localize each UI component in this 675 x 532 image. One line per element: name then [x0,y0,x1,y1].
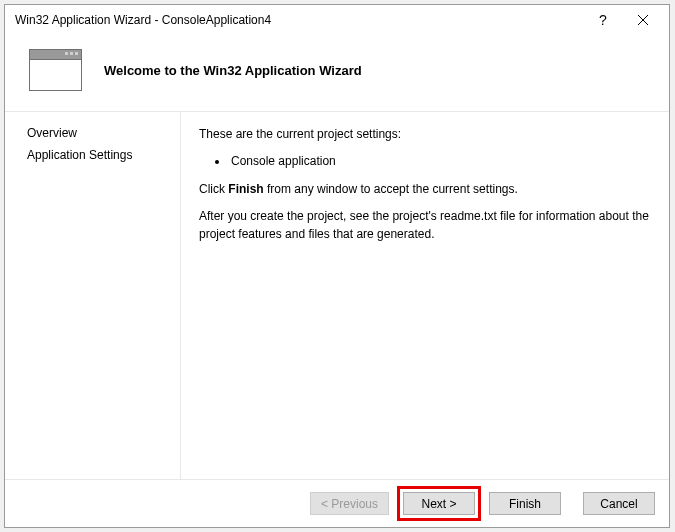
readme-note: After you create the project, see the pr… [199,208,651,243]
footer: < Previous Next > Finish Cancel [5,479,669,527]
next-button[interactable]: Next > [403,492,475,515]
sidebar-item-overview[interactable]: Overview [5,122,180,144]
wizard-heading: Welcome to the Win32 Application Wizard [104,63,362,78]
next-button-highlight: Next > [397,486,481,521]
cancel-button[interactable]: Cancel [583,492,655,515]
settings-list: Console application [199,153,651,170]
finish-button[interactable]: Finish [489,492,561,515]
close-button[interactable] [623,7,663,33]
intro-text: These are the current project settings: [199,126,651,143]
header: Welcome to the Win32 Application Wizard [5,35,669,111]
main-panel: These are the current project settings: … [181,112,669,479]
close-icon [638,15,648,25]
previous-button: < Previous [310,492,389,515]
list-item: Console application [229,153,651,170]
wizard-window-icon [29,49,82,91]
sidebar-item-application-settings[interactable]: Application Settings [5,144,180,166]
help-button[interactable]: ? [583,7,623,33]
window-title: Win32 Application Wizard - ConsoleApplic… [15,13,583,27]
titlebar: Win32 Application Wizard - ConsoleApplic… [5,5,669,35]
wizard-dialog: Win32 Application Wizard - ConsoleApplic… [4,4,670,528]
content: Overview Application Settings These are … [5,111,669,479]
finish-instruction: Click Finish from any window to accept t… [199,181,651,198]
sidebar: Overview Application Settings [5,112,181,479]
